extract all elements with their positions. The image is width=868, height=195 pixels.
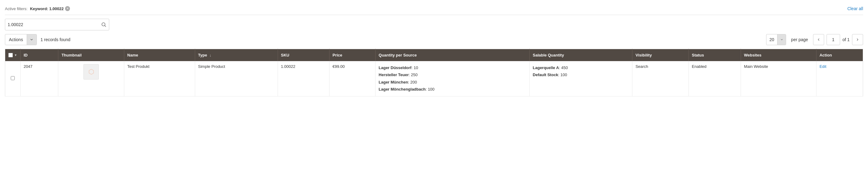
row-websites: Main Website — [741, 61, 816, 96]
svg-point-0 — [102, 23, 105, 26]
search-icon — [101, 22, 106, 27]
select-all-checkbox[interactable] — [8, 53, 13, 57]
chevron-left-icon — [817, 38, 820, 41]
th-action: Action — [816, 49, 863, 61]
row-checkbox[interactable] — [11, 76, 15, 80]
checkbox-dropdown-arrow[interactable]: ▼ — [14, 53, 17, 57]
per-page-label: per page — [791, 37, 808, 42]
chevron-down-icon — [780, 38, 783, 41]
pagination-page-input[interactable] — [827, 34, 840, 45]
row-sku: 1.00022 — [278, 61, 329, 96]
th-status: Status — [688, 49, 741, 61]
search-button[interactable] — [101, 22, 106, 27]
th-websites: Websites — [741, 49, 816, 61]
magento-logo-icon: ⬡ — [88, 68, 94, 76]
chevron-right-icon — [856, 38, 860, 41]
pagination-next-button[interactable] — [852, 34, 863, 45]
th-checkbox: ▼ — [5, 49, 21, 61]
row-id: 2047 — [20, 61, 58, 96]
th-type: Type ↓ — [195, 49, 278, 61]
per-page-dropdown-button[interactable] — [777, 34, 786, 45]
pagination-of-label: of 1 — [842, 37, 849, 42]
records-found-text: 1 records found — [40, 37, 70, 42]
row-name: Test Produkt — [124, 61, 195, 96]
th-salable-qty: Salable Quantity — [530, 49, 632, 61]
pagination-prev-button[interactable] — [813, 34, 824, 45]
row-salable-qty: Lagerquelle A: 450Default Stock: 100 — [530, 61, 632, 96]
th-sku: SKU — [278, 49, 329, 61]
search-row — [5, 19, 863, 30]
per-page-wrapper: 20 — [766, 34, 786, 45]
row-thumbnail: ⬡ — [58, 61, 124, 96]
filter-tag: Keyword: 1.00022 ✕ — [30, 6, 70, 11]
filter-remove-button[interactable]: ✕ — [65, 6, 70, 11]
th-qty-per-source: Quantity per Source — [376, 49, 530, 61]
chevron-down-icon — [30, 38, 33, 41]
th-visibility: Visibility — [632, 49, 689, 61]
actions-select-text: Actions — [5, 34, 27, 45]
actions-dropdown-button[interactable] — [27, 34, 36, 45]
filters-label: Active filters: — [5, 6, 28, 11]
products-table: ▼ ID Thumbnail Name Type ↓ SKU Price Qua… — [5, 49, 863, 96]
filters-bar: Active filters: Keyword: 1.00022 ✕ Clear… — [5, 4, 863, 15]
search-input[interactable] — [8, 22, 101, 27]
th-name: Name — [124, 49, 195, 61]
th-id: ID — [20, 49, 58, 61]
search-input-wrapper — [5, 19, 109, 30]
row-type: Simple Product — [195, 61, 278, 96]
row-visibility: Search — [632, 61, 689, 96]
th-price: Price — [329, 49, 375, 61]
row-price: €99.00 — [329, 61, 375, 96]
table-row: 2047⬡Test ProduktSimple Product1.00022€9… — [5, 61, 863, 96]
filter-keyword-text: Keyword: 1.00022 — [30, 6, 64, 11]
toolbar-row: Actions 1 records found 20 per page — [5, 34, 863, 45]
clear-all-button[interactable]: Clear all — [847, 6, 863, 11]
th-thumbnail: Thumbnail — [58, 49, 124, 61]
actions-select-wrapper: Actions — [5, 34, 37, 45]
row-checkbox-cell — [5, 61, 21, 96]
sort-arrow-type[interactable]: ↓ — [210, 53, 212, 57]
row-status: Enabled — [688, 61, 741, 96]
edit-link[interactable]: Edit — [819, 64, 826, 69]
row-action: Edit — [816, 61, 863, 96]
row-qty-per-source: Lager Düsseldorf: 10Hersteller Teuer: 25… — [376, 61, 530, 96]
per-page-value: 20 — [767, 34, 777, 45]
svg-line-1 — [105, 26, 105, 26]
